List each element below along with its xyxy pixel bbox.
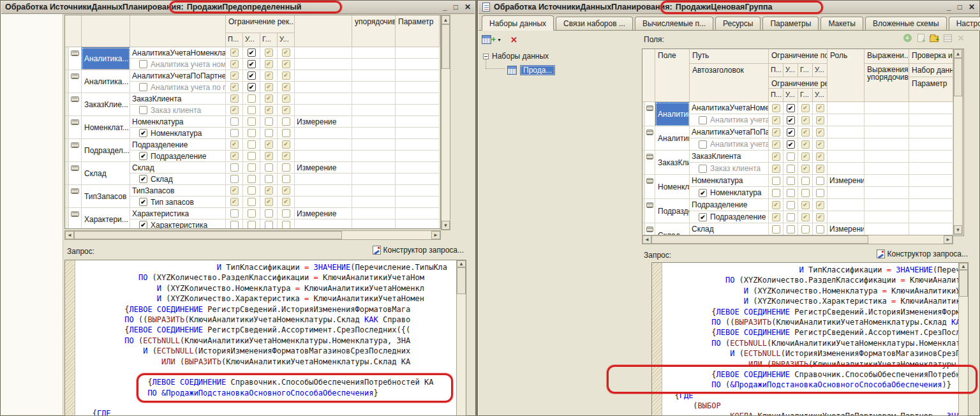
checkbox[interactable]: ✔ bbox=[282, 48, 290, 57]
row-handle[interactable] bbox=[645, 151, 655, 175]
row-handle[interactable] bbox=[645, 126, 655, 151]
checkbox[interactable] bbox=[265, 117, 273, 126]
scroll-right-button[interactable]: ► bbox=[431, 231, 440, 239]
checkbox[interactable] bbox=[248, 198, 256, 206]
attribute-cell[interactable]: Заказ клиента bbox=[690, 163, 769, 175]
checkbox[interactable] bbox=[787, 177, 795, 185]
row-handle[interactable] bbox=[645, 175, 655, 199]
tab-7[interactable]: Настройки bbox=[949, 17, 980, 30]
checkbox[interactable]: ✔ bbox=[139, 198, 147, 206]
field-row-group[interactable]: СкладСкладИзмерение✔Склад bbox=[642, 223, 963, 235]
checkbox[interactable] bbox=[248, 152, 256, 160]
attribute-cell[interactable]: Аналитика учета номе... bbox=[690, 114, 769, 126]
checkbox[interactable]: ✔ bbox=[816, 104, 824, 112]
tree-collapse-icon[interactable] bbox=[483, 54, 489, 59]
field-row-group[interactable]: ЗаказКлие...ЗаказКлиента✔✔✔Заказ клиента… bbox=[642, 151, 963, 175]
checkbox[interactable]: ✔ bbox=[772, 140, 780, 149]
checkbox[interactable]: ✔ bbox=[772, 116, 780, 124]
tab-1[interactable]: Связи наборов ... bbox=[556, 17, 633, 30]
attribute-cell[interactable]: ✔Тип запасов bbox=[130, 197, 226, 208]
checkbox[interactable] bbox=[248, 186, 256, 195]
checkbox[interactable]: ✔ bbox=[801, 104, 810, 112]
table-horizontal-scrollbar[interactable]: ◄ ► bbox=[642, 235, 953, 244]
checkbox[interactable] bbox=[248, 209, 256, 218]
scroll-thumb[interactable] bbox=[457, 267, 466, 294]
role-cell[interactable]: Измерение bbox=[295, 162, 352, 174]
right-titlebar[interactable]: Обработка ИсточникиДанныхПланирования: П… bbox=[479, 1, 979, 14]
col-dataset[interactable]: Набор данных bbox=[909, 64, 953, 77]
checkbox[interactable]: ✔ bbox=[801, 201, 810, 209]
checkbox[interactable]: ✔ bbox=[787, 116, 795, 124]
checkbox[interactable]: ✔ bbox=[816, 165, 824, 173]
attribute-cell[interactable]: ✔Подразделение bbox=[130, 151, 226, 162]
checkbox[interactable]: ✔ bbox=[801, 116, 810, 124]
query-builder-link[interactable]: Конструктор запроса... bbox=[877, 249, 968, 258]
table-horizontal-scrollbar[interactable]: ◄ ► bbox=[64, 230, 441, 240]
role-cell[interactable] bbox=[295, 47, 352, 59]
checkbox[interactable]: ✔ bbox=[230, 186, 239, 195]
checkbox[interactable]: ✔ bbox=[787, 128, 795, 137]
checkbox[interactable]: ✔ bbox=[230, 60, 239, 68]
checkbox[interactable]: ✔ bbox=[282, 83, 290, 91]
path-cell[interactable]: Номенклатура bbox=[130, 116, 226, 128]
field-row-group[interactable]: СкладСкладИзмерение✔Склад bbox=[65, 162, 440, 185]
col-field-restriction[interactable]: Ограничение поля bbox=[769, 49, 828, 64]
checkbox[interactable] bbox=[699, 140, 707, 149]
scroll-left-button[interactable]: ◄ bbox=[642, 235, 651, 244]
field-row-group[interactable]: Аналитика...АналитикаУчетаНоменкла...✔✔✔… bbox=[642, 102, 963, 126]
row-handle[interactable] bbox=[69, 116, 82, 139]
field-name-cell[interactable]: Подраздел... bbox=[82, 139, 130, 162]
field-row-group[interactable]: Характери...ХарактеристикаИзмерение✔Хара… bbox=[65, 208, 440, 228]
tab-6[interactable]: Вложенные схемы bbox=[865, 17, 947, 30]
checkbox[interactable] bbox=[248, 140, 256, 149]
checkbox[interactable]: ✔ bbox=[230, 83, 239, 91]
checkbox[interactable]: ✔ bbox=[282, 140, 290, 149]
checkbox[interactable] bbox=[801, 189, 810, 197]
checkbox[interactable]: ✔ bbox=[772, 201, 780, 209]
field-row-group[interactable]: Подраздел...Подразделение✔✔✔✔Подразделен… bbox=[65, 139, 440, 162]
col-expression[interactable]: Выражени... bbox=[865, 49, 909, 64]
table-vertical-scrollbar[interactable]: ▲ ▼ bbox=[953, 48, 963, 235]
field-row-group[interactable]: Аналитика...АналитикаУчетаПоПартне...✔✔✔… bbox=[642, 126, 963, 151]
path-cell[interactable]: Подразделение bbox=[130, 139, 226, 151]
path-cell[interactable]: АналитикаУчетаНоменкла... bbox=[130, 47, 226, 59]
checkbox[interactable] bbox=[772, 189, 780, 197]
scroll-thumb[interactable] bbox=[442, 24, 450, 69]
field-name-cell[interactable]: Характери... bbox=[82, 208, 130, 228]
checkbox[interactable] bbox=[230, 221, 239, 228]
row-handle[interactable] bbox=[69, 70, 82, 93]
minimize-button[interactable]: _ bbox=[443, 3, 447, 11]
delete-dataset-button[interactable]: ✕ bbox=[510, 35, 517, 45]
add-dataset-button[interactable]: + ▼ bbox=[482, 35, 501, 44]
add-field-button[interactable]: + bbox=[903, 34, 912, 42]
checkbox[interactable]: ✔ bbox=[248, 48, 256, 57]
scroll-down-button[interactable]: ▼ bbox=[954, 225, 962, 234]
path-cell[interactable]: АналитикаУчетаПоПартне... bbox=[130, 70, 226, 82]
field-name-cell[interactable]: ЗаказКлие... bbox=[655, 151, 690, 175]
maximize-button[interactable]: □ bbox=[454, 3, 458, 11]
checkbox[interactable] bbox=[265, 175, 273, 183]
col-order[interactable]: упорядочив... bbox=[352, 15, 396, 47]
path-cell[interactable]: Характеристика bbox=[130, 208, 226, 219]
checkbox[interactable] bbox=[801, 225, 810, 234]
path-cell[interactable]: ЗаказКлиента bbox=[690, 151, 769, 163]
path-cell[interactable]: ЗаказКлиента bbox=[130, 93, 226, 105]
role-cell[interactable] bbox=[828, 102, 865, 114]
checkbox[interactable] bbox=[248, 106, 256, 114]
checkbox[interactable]: ✔ bbox=[801, 140, 810, 149]
checkbox[interactable]: ✔ bbox=[265, 140, 273, 149]
checkbox[interactable] bbox=[282, 163, 290, 172]
col-path[interactable]: Путь bbox=[690, 49, 769, 64]
checkbox[interactable] bbox=[787, 152, 795, 161]
checkbox[interactable]: ✔ bbox=[248, 60, 256, 68]
checkbox[interactable] bbox=[282, 221, 290, 228]
checkbox[interactable]: ✔ bbox=[230, 140, 239, 149]
checkbox[interactable]: ✔ bbox=[282, 152, 290, 160]
scroll-up-button[interactable]: ▲ bbox=[954, 49, 962, 58]
checkbox[interactable]: ✔ bbox=[265, 152, 273, 160]
checkbox[interactable] bbox=[699, 116, 707, 124]
query-editor[interactable]: И ТипКлассификации = ЗНАЧЕНИЕ(Перечислен… bbox=[651, 262, 969, 416]
maximize-button[interactable]: □ bbox=[958, 3, 962, 11]
role-cell[interactable] bbox=[828, 199, 865, 211]
checkbox[interactable] bbox=[230, 209, 239, 218]
